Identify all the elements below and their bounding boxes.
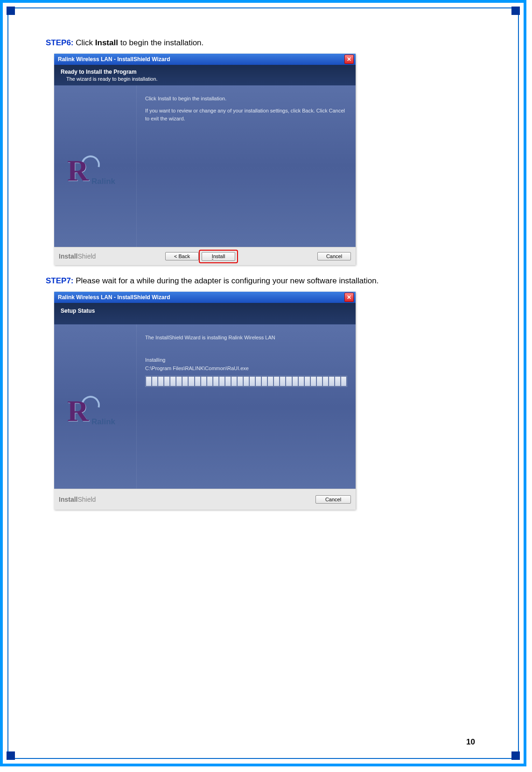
install-button[interactable]: Install	[202, 252, 235, 261]
progress-cell	[311, 377, 316, 386]
progress-cell	[268, 377, 273, 386]
corner-decoration	[511, 7, 520, 15]
page-number: 10	[466, 737, 475, 747]
progress-cell	[329, 377, 335, 386]
progress-cell	[262, 377, 267, 386]
step6-text-b: to begin the installation.	[118, 38, 203, 47]
brand-light: Shield	[77, 496, 96, 503]
ralink-brand-text: Ralink	[91, 177, 115, 186]
wizard1-header-title: Ready to Install the Program	[61, 69, 349, 75]
progress-cell	[341, 377, 346, 386]
progress-cell	[317, 377, 322, 386]
step6-instruction: STEP6: Click Install to begin the instal…	[46, 36, 481, 49]
page-content: STEP6: Click Install to begin the instal…	[8, 8, 518, 533]
progress-cell	[201, 377, 207, 386]
corner-decoration	[7, 7, 15, 15]
progress-cell	[152, 377, 158, 386]
progress-cell	[274, 377, 280, 386]
corner-decoration	[511, 751, 520, 760]
wizard1-footer: InstallShield < Back Install Cancel	[54, 247, 356, 265]
progress-cell	[299, 377, 304, 386]
wizard1-right-panel: Click Install to begin the installation.…	[137, 85, 356, 247]
progress-cell	[293, 377, 298, 386]
wizard1-titlebar[interactable]: Ralink Wireless LAN - InstallShield Wiza…	[54, 54, 356, 65]
brand-bold: Install	[59, 496, 77, 503]
progress-cell	[182, 377, 188, 386]
wizard2-footer: InstallShield Cancel	[54, 489, 356, 510]
close-icon[interactable]: ✕	[344, 55, 354, 64]
brand-light: Shield	[77, 253, 96, 260]
page-inner-border: STEP6: Click Install to begin the instal…	[7, 7, 519, 759]
wizard1-header: Ready to Install the Program The wizard …	[54, 65, 356, 85]
wizard2-titlebar[interactable]: Ralink Wireless LAN - InstallShield Wiza…	[54, 292, 356, 303]
wizard1-header-sub: The wizard is ready to begin installatio…	[66, 76, 349, 82]
progress-cell	[195, 377, 201, 386]
close-icon[interactable]: ✕	[344, 293, 354, 302]
progress-cell	[231, 377, 237, 386]
wizard2-window: Ralink Wireless LAN - InstallShield Wiza…	[54, 292, 356, 510]
installshield-brand: InstallShield	[59, 253, 96, 260]
install-highlight: Install	[202, 252, 235, 261]
ralink-r-icon: R	[67, 154, 89, 188]
ralink-logo: R Ralink	[67, 400, 123, 432]
progress-cell	[250, 377, 255, 386]
progress-cell	[323, 377, 329, 386]
progress-cell	[335, 377, 341, 386]
wizard2-body-line1: The InstallShield Wizard is installing R…	[145, 335, 347, 340]
progress-cell	[238, 377, 243, 386]
progress-cell	[305, 377, 310, 386]
wizard1-title: Ralink Wireless LAN - InstallShield Wiza…	[58, 56, 170, 63]
ralink-logo: R Ralink	[67, 159, 123, 192]
wizard2-header: Setup Status	[54, 303, 356, 324]
footer-spacer	[96, 496, 310, 503]
progress-cell	[146, 377, 152, 386]
step7-instruction: STEP7: Please wait for a while during th…	[46, 274, 481, 287]
step6-label: STEP6:	[46, 38, 74, 47]
progress-cell	[256, 377, 261, 386]
wizard2-right-panel: The InstallShield Wizard is installing R…	[137, 324, 356, 489]
wizard1-window: Ralink Wireless LAN - InstallShield Wiza…	[54, 54, 356, 265]
wizard2-install-path: C:\Program Files\RALINK\Common\RaUI.exe	[145, 365, 347, 371]
cancel-button[interactable]: Cancel	[317, 252, 351, 260]
wizard1-body: R Ralink Click Install to begin the inst…	[54, 85, 356, 247]
progress-cell	[225, 377, 231, 386]
progress-cell	[280, 377, 286, 386]
page-outer-border: STEP6: Click Install to begin the instal…	[0, 0, 526, 766]
progress-cell	[176, 377, 182, 386]
progress-cell	[189, 377, 194, 386]
wizard1-left-panel: R Ralink	[54, 85, 137, 247]
progress-cell	[219, 377, 225, 386]
progress-cell	[244, 377, 249, 386]
wizard2-title: Ralink Wireless LAN - InstallShield Wiza…	[58, 294, 170, 301]
wizard1-body-line2: If you want to review or change any of y…	[145, 107, 347, 122]
progress-cell	[207, 377, 213, 386]
brand-bold: Install	[59, 253, 77, 260]
wizard1-body-line1: Click Install to begin the installation.	[145, 96, 347, 101]
step7-text: Please wait for a while during the adapt…	[74, 276, 379, 285]
wizard2-body: R Ralink The InstallShield Wizard is ins…	[54, 324, 356, 489]
step7-label: STEP7:	[46, 276, 74, 285]
progress-cell	[213, 377, 219, 386]
step6-bold: Install	[95, 38, 118, 47]
installshield-brand: InstallShield	[59, 496, 96, 503]
progress-cell	[164, 377, 170, 386]
progress-cell	[286, 377, 292, 386]
wizard1-footer-buttons: < Back Install Cancel	[165, 252, 351, 261]
ralink-brand-text: Ralink	[91, 417, 115, 427]
progress-bar	[145, 376, 347, 387]
back-button[interactable]: < Back	[165, 252, 199, 260]
progress-cell	[158, 377, 164, 386]
progress-cell	[170, 377, 176, 386]
corner-decoration	[7, 751, 15, 760]
wizard2-header-title: Setup Status	[61, 308, 349, 314]
step6-text-a: Click	[74, 38, 95, 47]
ralink-r-icon: R	[67, 394, 89, 428]
wizard2-installing-label: Installing	[145, 357, 347, 363]
wizard2-left-panel: R Ralink	[54, 324, 137, 489]
cancel-button[interactable]: Cancel	[315, 495, 351, 504]
